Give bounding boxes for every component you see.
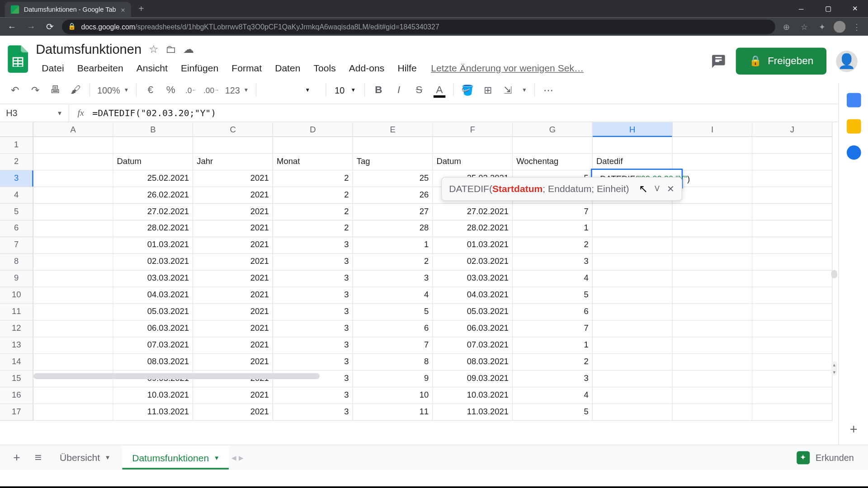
decrease-decimal-button[interactable]: .0← xyxy=(182,81,200,99)
cell-I11[interactable] xyxy=(673,304,753,321)
cell-G9[interactable]: 4 xyxy=(513,271,593,287)
paint-format-button[interactable]: 🖌 xyxy=(67,81,85,99)
reload-button[interactable]: ⟳ xyxy=(43,21,57,32)
address-bar[interactable]: 🔒 docs.google.com/spreadsheets/d/1hbgKTL… xyxy=(62,19,775,34)
column-header-E[interactable]: E xyxy=(353,122,433,137)
menu-help[interactable]: Hilfe xyxy=(392,61,423,76)
undo-button[interactable]: ↶ xyxy=(6,81,24,99)
cell-J4[interactable] xyxy=(753,187,833,204)
cell-A16[interactable] xyxy=(33,387,113,404)
cell-C14[interactable]: 2021 xyxy=(193,354,273,371)
cell-F11[interactable]: 05.03.2021 xyxy=(433,304,513,321)
column-header-C[interactable]: C xyxy=(193,122,273,137)
cell-J17[interactable] xyxy=(753,404,833,421)
row-header-9[interactable]: 9 xyxy=(0,271,33,287)
maximize-icon[interactable]: ▢ xyxy=(815,0,841,17)
cell-H5[interactable] xyxy=(593,204,673,221)
cell-D4[interactable]: 2 xyxy=(273,187,353,204)
cell-A11[interactable] xyxy=(33,304,113,321)
cell-G12[interactable]: 7 xyxy=(513,321,593,338)
row-header-13[interactable]: 13 xyxy=(0,338,33,354)
cell-D11[interactable]: 3 xyxy=(273,304,353,321)
cell-C1[interactable] xyxy=(193,137,273,154)
add-addon-button[interactable]: + xyxy=(850,422,858,437)
cell-B5[interactable]: 27.02.2021 xyxy=(113,204,193,221)
cell-E13[interactable]: 7 xyxy=(353,338,433,354)
bold-button[interactable]: B xyxy=(370,81,388,99)
cell-A3[interactable] xyxy=(33,170,113,187)
cell-H11[interactable] xyxy=(593,304,673,321)
tooltip-expand-icon[interactable]: ᐯ xyxy=(655,185,660,193)
cell-B9[interactable]: 03.03.2021 xyxy=(113,271,193,287)
cell-B6[interactable]: 28.02.2021 xyxy=(113,221,193,237)
cell-B11[interactable]: 05.03.2021 xyxy=(113,304,193,321)
cell-H15[interactable] xyxy=(593,371,673,387)
cell-C11[interactable]: 2021 xyxy=(193,304,273,321)
new-tab-button[interactable]: + xyxy=(138,3,144,14)
cell-J10[interactable] xyxy=(753,287,833,304)
cell-I2[interactable] xyxy=(673,154,753,170)
sheet-tab-overview[interactable]: Übersicht ▼ xyxy=(50,446,120,469)
cell-E8[interactable]: 2 xyxy=(353,254,433,271)
cell-I8[interactable] xyxy=(673,254,753,271)
last-edit-link[interactable]: Letzte Änderung vor wenigen Sek… xyxy=(431,63,584,74)
cell-G2[interactable]: Wochentag xyxy=(513,154,593,170)
percent-button[interactable]: % xyxy=(162,81,180,99)
cell-F15[interactable]: 09.03.2021 xyxy=(433,371,513,387)
cell-C17[interactable]: 2021 xyxy=(193,404,273,421)
close-window-icon[interactable]: ✕ xyxy=(841,0,868,17)
sheet-nav-arrows[interactable]: ◂▸ xyxy=(231,452,243,463)
cloud-status-icon[interactable]: ☁ xyxy=(183,43,194,56)
cell-H17[interactable] xyxy=(593,404,673,421)
text-color-button[interactable]: A xyxy=(430,81,448,99)
vertical-scrollbar-buttons[interactable]: ▲▼ xyxy=(831,361,837,375)
all-sheets-button[interactable]: ≡ xyxy=(28,448,47,467)
cell-E3[interactable]: 25 xyxy=(353,170,433,187)
cell-D7[interactable]: 3 xyxy=(273,237,353,254)
tooltip-close-icon[interactable]: ✕ xyxy=(667,183,675,194)
cell-A13[interactable] xyxy=(33,338,113,354)
cell-C8[interactable]: 2021 xyxy=(193,254,273,271)
comments-icon[interactable] xyxy=(711,53,726,69)
cell-B3[interactable]: 25.02.2021 xyxy=(113,170,193,187)
cell-E15[interactable]: 9 xyxy=(353,371,433,387)
cell-I13[interactable] xyxy=(673,338,753,354)
name-box-dropdown-icon[interactable]: ▼ xyxy=(57,110,62,117)
more-toolbar-button[interactable]: ⋯ xyxy=(539,81,557,99)
cell-B12[interactable]: 06.03.2021 xyxy=(113,321,193,338)
cell-F14[interactable]: 08.03.2021 xyxy=(433,354,513,371)
cell-J3[interactable] xyxy=(753,170,833,187)
browser-tab[interactable]: Datumsfunktionen - Google Tab × xyxy=(5,2,132,17)
cell-D16[interactable]: 3 xyxy=(273,387,353,404)
column-header-A[interactable]: A xyxy=(33,122,113,137)
cell-F2[interactable]: Datum xyxy=(433,154,513,170)
cell-F7[interactable]: 01.03.2021 xyxy=(433,237,513,254)
cell-I9[interactable] xyxy=(673,271,753,287)
column-header-G[interactable]: G xyxy=(513,122,593,137)
increase-decimal-button[interactable]: .00→ xyxy=(203,81,221,99)
cell-I5[interactable] xyxy=(673,204,753,221)
cell-A4[interactable] xyxy=(33,187,113,204)
cell-G7[interactable]: 2 xyxy=(513,237,593,254)
keep-addon-icon[interactable] xyxy=(846,119,861,134)
cell-J6[interactable] xyxy=(753,221,833,237)
column-header-B[interactable]: B xyxy=(113,122,193,137)
cell-C4[interactable]: 2021 xyxy=(193,187,273,204)
account-avatar[interactable]: 👤 xyxy=(836,50,857,71)
back-button[interactable]: ← xyxy=(5,21,19,31)
sheet-tab-datumsfunktionen[interactable]: Datumsfunktionen ▼ xyxy=(123,446,229,469)
cell-B4[interactable]: 26.02.2021 xyxy=(113,187,193,204)
add-sheet-button[interactable]: + xyxy=(7,448,26,467)
zoom-icon[interactable]: ⊕ xyxy=(780,22,793,31)
calendar-addon-icon[interactable] xyxy=(846,93,861,108)
cell-H6[interactable] xyxy=(593,221,673,237)
cell-B2[interactable]: Datum xyxy=(113,154,193,170)
row-header-11[interactable]: 11 xyxy=(0,304,33,321)
cell-D3[interactable]: 2 xyxy=(273,170,353,187)
cell-F12[interactable]: 06.03.2021 xyxy=(433,321,513,338)
select-all-corner[interactable] xyxy=(0,122,33,137)
cell-C13[interactable]: 2021 xyxy=(193,338,273,354)
cell-H1[interactable] xyxy=(593,137,673,154)
cell-F8[interactable]: 02.03.2021 xyxy=(433,254,513,271)
strikethrough-button[interactable]: S xyxy=(410,81,428,99)
